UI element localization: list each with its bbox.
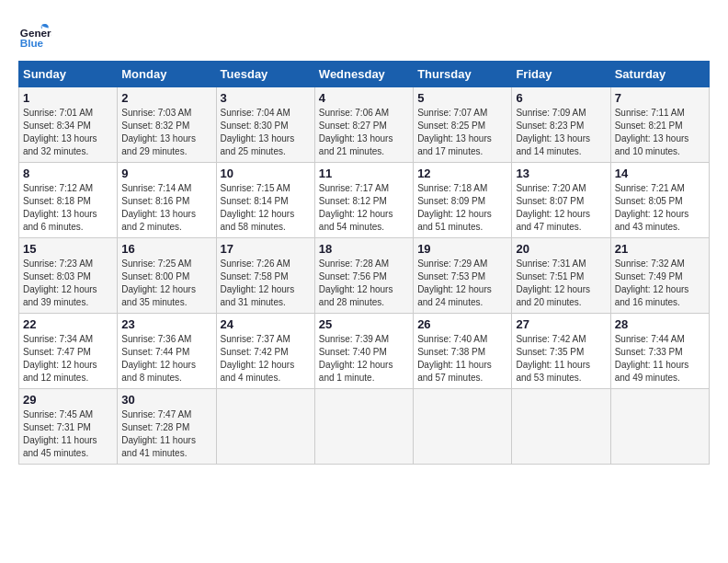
day-number: 2	[121, 91, 211, 105]
calendar-week-4: 22Sunrise: 7:34 AM Sunset: 7:47 PM Dayli…	[19, 314, 710, 389]
day-number: 17	[221, 242, 311, 256]
day-info: Sunrise: 7:45 AM Sunset: 7:31 PM Dayligh…	[23, 408, 113, 460]
calendar-week-3: 15Sunrise: 7:23 AM Sunset: 8:03 PM Dayli…	[19, 238, 710, 314]
day-info: Sunrise: 7:31 AM Sunset: 7:51 PM Dayligh…	[516, 258, 606, 309]
day-number: 8	[23, 167, 113, 180]
day-info: Sunrise: 7:04 AM Sunset: 8:30 PM Dayligh…	[221, 107, 311, 158]
calendar-cell	[216, 389, 314, 465]
calendar-cell: 30Sunrise: 7:47 AM Sunset: 7:28 PM Dayli…	[118, 389, 216, 465]
day-info: Sunrise: 7:20 AM Sunset: 8:07 PM Dayligh…	[516, 182, 606, 234]
calendar-cell: 22Sunrise: 7:34 AM Sunset: 7:47 PM Dayli…	[19, 314, 118, 389]
calendar-cell: 15Sunrise: 7:23 AM Sunset: 8:03 PM Dayli…	[19, 238, 118, 314]
calendar-cell: 2Sunrise: 7:03 AM Sunset: 8:32 PM Daylig…	[118, 87, 216, 163]
day-number: 27	[516, 317, 606, 331]
day-info: Sunrise: 7:44 AM Sunset: 7:33 PM Dayligh…	[615, 333, 705, 385]
day-info: Sunrise: 7:39 AM Sunset: 7:40 PM Dayligh…	[319, 333, 409, 385]
calendar-cell: 18Sunrise: 7:28 AM Sunset: 7:56 PM Dayli…	[314, 238, 413, 314]
day-info: Sunrise: 7:28 AM Sunset: 7:56 PM Dayligh…	[319, 258, 409, 309]
day-info: Sunrise: 7:03 AM Sunset: 8:32 PM Dayligh…	[121, 107, 211, 158]
day-info: Sunrise: 7:47 AM Sunset: 7:28 PM Dayligh…	[121, 408, 211, 460]
day-info: Sunrise: 7:01 AM Sunset: 8:34 PM Dayligh…	[23, 107, 113, 158]
weekday-thursday: Thursday	[414, 62, 512, 87]
logo: General Blue	[18, 18, 51, 52]
day-info: Sunrise: 7:09 AM Sunset: 8:23 PM Dayligh…	[516, 107, 606, 158]
day-number: 10	[221, 167, 311, 180]
calendar-cell: 19Sunrise: 7:29 AM Sunset: 7:53 PM Dayli…	[414, 238, 512, 314]
calendar-cell: 14Sunrise: 7:21 AM Sunset: 8:05 PM Dayli…	[610, 163, 709, 238]
day-number: 15	[23, 242, 113, 256]
calendar-cell: 17Sunrise: 7:26 AM Sunset: 7:58 PM Dayli…	[216, 238, 314, 314]
calendar-cell: 24Sunrise: 7:37 AM Sunset: 7:42 PM Dayli…	[216, 314, 314, 389]
weekday-header-row: SundayMondayTuesdayWednesdayThursdayFrid…	[19, 62, 710, 87]
calendar: SundayMondayTuesdayWednesdayThursdayFrid…	[18, 61, 710, 465]
weekday-saturday: Saturday	[610, 62, 709, 87]
day-number: 18	[319, 242, 409, 256]
calendar-cell: 3Sunrise: 7:04 AM Sunset: 8:30 PM Daylig…	[216, 87, 314, 163]
day-number: 29	[23, 393, 113, 407]
day-info: Sunrise: 7:18 AM Sunset: 8:09 PM Dayligh…	[417, 182, 507, 234]
day-number: 30	[121, 393, 211, 407]
day-number: 1	[23, 91, 113, 105]
calendar-cell: 12Sunrise: 7:18 AM Sunset: 8:09 PM Dayli…	[414, 163, 512, 238]
weekday-tuesday: Tuesday	[216, 62, 314, 87]
day-info: Sunrise: 7:11 AM Sunset: 8:21 PM Dayligh…	[615, 107, 705, 158]
calendar-week-5: 29Sunrise: 7:45 AM Sunset: 7:31 PM Dayli…	[19, 389, 710, 465]
calendar-cell: 7Sunrise: 7:11 AM Sunset: 8:21 PM Daylig…	[610, 87, 709, 163]
day-number: 3	[221, 91, 311, 105]
calendar-body: 1Sunrise: 7:01 AM Sunset: 8:34 PM Daylig…	[19, 87, 710, 465]
day-info: Sunrise: 7:23 AM Sunset: 8:03 PM Dayligh…	[23, 258, 113, 309]
day-number: 6	[516, 91, 606, 105]
calendar-week-2: 8Sunrise: 7:12 AM Sunset: 8:18 PM Daylig…	[19, 163, 710, 238]
day-number: 12	[417, 167, 507, 180]
calendar-cell: 10Sunrise: 7:15 AM Sunset: 8:14 PM Dayli…	[216, 163, 314, 238]
calendar-cell: 9Sunrise: 7:14 AM Sunset: 8:16 PM Daylig…	[118, 163, 216, 238]
calendar-cell: 6Sunrise: 7:09 AM Sunset: 8:23 PM Daylig…	[512, 87, 610, 163]
calendar-cell	[314, 389, 413, 465]
calendar-cell	[610, 389, 709, 465]
day-number: 24	[221, 317, 311, 331]
day-number: 19	[417, 242, 507, 256]
weekday-sunday: Sunday	[19, 62, 118, 87]
day-number: 28	[615, 317, 705, 331]
calendar-week-1: 1Sunrise: 7:01 AM Sunset: 8:34 PM Daylig…	[19, 87, 710, 163]
day-info: Sunrise: 7:07 AM Sunset: 8:25 PM Dayligh…	[417, 107, 507, 158]
calendar-cell: 16Sunrise: 7:25 AM Sunset: 8:00 PM Dayli…	[118, 238, 216, 314]
day-info: Sunrise: 7:06 AM Sunset: 8:27 PM Dayligh…	[319, 107, 409, 158]
day-number: 21	[615, 242, 705, 256]
calendar-cell: 13Sunrise: 7:20 AM Sunset: 8:07 PM Dayli…	[512, 163, 610, 238]
weekday-wednesday: Wednesday	[314, 62, 413, 87]
calendar-cell: 26Sunrise: 7:40 AM Sunset: 7:38 PM Dayli…	[414, 314, 512, 389]
day-info: Sunrise: 7:12 AM Sunset: 8:18 PM Dayligh…	[23, 182, 113, 234]
calendar-cell: 8Sunrise: 7:12 AM Sunset: 8:18 PM Daylig…	[19, 163, 118, 238]
day-number: 22	[23, 317, 113, 331]
day-number: 16	[121, 242, 211, 256]
day-number: 7	[615, 91, 705, 105]
day-number: 23	[121, 317, 211, 331]
day-number: 20	[516, 242, 606, 256]
calendar-cell: 28Sunrise: 7:44 AM Sunset: 7:33 PM Dayli…	[610, 314, 709, 389]
day-number: 13	[516, 167, 606, 180]
day-info: Sunrise: 7:36 AM Sunset: 7:44 PM Dayligh…	[121, 333, 211, 385]
day-info: Sunrise: 7:34 AM Sunset: 7:47 PM Dayligh…	[23, 333, 113, 385]
calendar-cell: 21Sunrise: 7:32 AM Sunset: 7:49 PM Dayli…	[610, 238, 709, 314]
calendar-cell: 23Sunrise: 7:36 AM Sunset: 7:44 PM Dayli…	[118, 314, 216, 389]
calendar-cell	[512, 389, 610, 465]
day-info: Sunrise: 7:25 AM Sunset: 8:00 PM Dayligh…	[121, 258, 211, 309]
day-info: Sunrise: 7:42 AM Sunset: 7:35 PM Dayligh…	[516, 333, 606, 385]
day-info: Sunrise: 7:26 AM Sunset: 7:58 PM Dayligh…	[221, 258, 311, 309]
day-info: Sunrise: 7:29 AM Sunset: 7:53 PM Dayligh…	[417, 258, 507, 309]
day-info: Sunrise: 7:32 AM Sunset: 7:49 PM Dayligh…	[615, 258, 705, 309]
logo-icon: General Blue	[18, 18, 51, 52]
day-info: Sunrise: 7:21 AM Sunset: 8:05 PM Dayligh…	[615, 182, 705, 234]
day-number: 5	[417, 91, 507, 105]
calendar-cell: 29Sunrise: 7:45 AM Sunset: 7:31 PM Dayli…	[19, 389, 118, 465]
calendar-cell: 1Sunrise: 7:01 AM Sunset: 8:34 PM Daylig…	[19, 87, 118, 163]
day-number: 4	[319, 91, 409, 105]
calendar-cell: 20Sunrise: 7:31 AM Sunset: 7:51 PM Dayli…	[512, 238, 610, 314]
calendar-cell: 4Sunrise: 7:06 AM Sunset: 8:27 PM Daylig…	[314, 87, 413, 163]
day-number: 9	[121, 167, 211, 180]
calendar-cell: 11Sunrise: 7:17 AM Sunset: 8:12 PM Dayli…	[314, 163, 413, 238]
calendar-cell	[414, 389, 512, 465]
day-info: Sunrise: 7:17 AM Sunset: 8:12 PM Dayligh…	[319, 182, 409, 234]
day-info: Sunrise: 7:15 AM Sunset: 8:14 PM Dayligh…	[221, 182, 311, 234]
